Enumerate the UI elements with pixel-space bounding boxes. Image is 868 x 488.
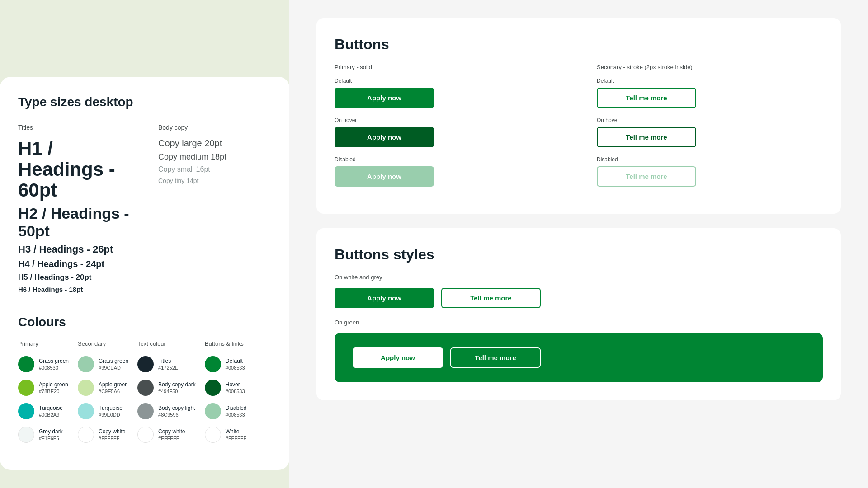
sec-turquoise-circle [78, 403, 94, 419]
hover-label: On hover [335, 117, 561, 123]
colour-item: Grey dark #F1F6F5 [18, 427, 69, 443]
grass-green-circle [18, 356, 34, 372]
secondary-column: Seconary - stroke (2px stroke inside) De… [597, 64, 823, 196]
tell-me-more-on-green-button[interactable]: Tell me more [450, 347, 541, 368]
disabled-label: Disabled [335, 156, 561, 163]
sec-default-label: Default [597, 78, 823, 84]
colour-item: Turquoise #99E0DD [78, 403, 128, 419]
colour-item: Turquoise #00B2A9 [18, 403, 69, 419]
colour-name: Hover [226, 381, 245, 389]
colour-hex: #00B2A9 [39, 412, 63, 418]
right-panel: Buttons Primary - solid Default Apply no… [289, 0, 868, 488]
colour-info: Body copy dark #494F50 [158, 381, 196, 394]
colour-item: Copy white #FFFFFF [78, 427, 128, 443]
tell-me-more-secondary-default-button[interactable]: Tell me more [597, 88, 696, 108]
colour-item: Body copy dark #494F50 [137, 380, 196, 396]
tell-me-more-secondary-disabled-button: Tell me more [597, 166, 696, 187]
colour-hex: #F1F6F5 [39, 436, 63, 441]
buttons-links-column: Buttons & links Default #008533 Hover #0… [205, 340, 255, 443]
apply-now-primary-disabled-button: Apply now [335, 166, 434, 187]
colour-hex: #FFFFFF [158, 436, 185, 441]
left-panel: Type sizes desktop Titles H1 / Headings … [0, 0, 289, 488]
default-label: Default [335, 78, 561, 84]
apply-now-primary-hover-button[interactable]: Apply now [335, 127, 434, 147]
colour-hex: #FFFFFF [99, 436, 125, 441]
colours-grid: Primary Grass green #008533 Apple green … [18, 340, 271, 443]
colour-info: Grey dark #F1F6F5 [39, 428, 63, 441]
colour-info: Apple green #C9E5A6 [99, 381, 128, 394]
secondary-disabled-row: Disabled Tell me more [597, 156, 823, 187]
apple-green-circle [18, 380, 34, 396]
colour-item: Grass green #008533 [18, 356, 69, 372]
colour-name: Disabled [226, 405, 247, 412]
h2-heading: H2 / Headings - 50pt [18, 205, 131, 240]
colour-name: Grass green [99, 358, 128, 365]
colour-name: Body copy dark [158, 381, 196, 389]
white-grey-buttons-row: Apply now Tell me more [335, 288, 823, 308]
tell-me-more-secondary-hover-button[interactable]: Tell me more [597, 127, 696, 147]
colour-name: White [226, 428, 246, 436]
colour-name: Apple green [39, 381, 68, 389]
secondary-default-row: Default Tell me more [597, 78, 823, 108]
colour-hex: #78BE20 [39, 389, 68, 394]
colour-hex: #FFFFFF [226, 436, 246, 441]
primary-col-label: Primary - solid [335, 64, 561, 70]
btn-default-circle [205, 356, 221, 372]
buttons-heading: Buttons [335, 36, 823, 53]
body-copy-column: Body copy Copy large 20pt Copy medium 18… [158, 124, 271, 293]
secondary-label: Secondary [78, 340, 128, 347]
sec-grass-green-circle [78, 356, 94, 372]
colour-info: Body copy light #8C9596 [158, 405, 195, 418]
buttons-links-label: Buttons & links [205, 340, 255, 347]
colour-item: Apple green #78BE20 [18, 380, 69, 396]
type-section-title: Type sizes desktop [18, 95, 271, 109]
buttons-styles-heading: Buttons styles [335, 246, 823, 263]
on-green-label: On green [335, 319, 823, 326]
apply-now-on-green-button[interactable]: Apply now [353, 347, 443, 368]
colour-info: White #FFFFFF [226, 428, 246, 441]
copy-small: Copy small 16pt [158, 165, 271, 174]
colour-hex: #008533 [226, 412, 247, 418]
buttons-styles-section: Buttons styles On white and grey Apply n… [316, 228, 841, 400]
colour-info: Copy white #FFFFFF [99, 428, 125, 441]
sec-apple-green-circle [78, 380, 94, 396]
apply-now-white-grey-button[interactable]: Apply now [335, 288, 434, 308]
colour-name: Copy white [99, 428, 125, 436]
colour-name: Titles [158, 358, 178, 365]
colour-item: Default #008533 [205, 356, 255, 372]
colour-hex: #99E0DD [99, 412, 123, 418]
h5-heading: H5 / Headings - 20pt [18, 273, 131, 282]
text-colour-column: Text colour Titles #17252E Body copy dar… [137, 340, 196, 443]
colour-item: White #FFFFFF [205, 427, 255, 443]
colour-hex: #008533 [226, 389, 245, 394]
turquoise-circle [18, 403, 34, 419]
colour-info: Apple green #78BE20 [39, 381, 68, 394]
colour-name: Default [226, 358, 245, 365]
colour-info: Hover #008533 [226, 381, 245, 394]
colour-item: Body copy light #8C9596 [137, 403, 196, 419]
colour-info: Copy white #FFFFFF [158, 428, 185, 441]
body-copy-label: Body copy [158, 124, 271, 131]
button-group: Primary - solid Default Apply now On hov… [335, 64, 823, 196]
disabled-state-row: Disabled Apply now [335, 156, 561, 187]
tell-me-more-white-grey-button[interactable]: Tell me more [441, 288, 541, 308]
colour-item: Copy white #FFFFFF [137, 427, 196, 443]
copy-white-circle [137, 427, 154, 443]
colour-name: Copy white [158, 428, 185, 436]
primary-column: Primary - solid Default Apply now On hov… [335, 64, 561, 196]
colour-item: Hover #008533 [205, 380, 255, 396]
type-columns: Titles H1 / Headings - 60pt H2 / Heading… [18, 124, 271, 293]
colours-title: Colours [18, 315, 271, 329]
btn-white-circle [205, 427, 221, 443]
colour-info: Titles #17252E [158, 358, 178, 371]
apply-now-primary-default-button[interactable]: Apply now [335, 88, 434, 108]
colour-name: Apple green [99, 381, 128, 389]
h4-heading: H4 / Headings - 24pt [18, 259, 131, 269]
body-dark-circle [137, 380, 154, 396]
titles-label: Titles [18, 124, 131, 131]
secondary-colour-column: Secondary Grass green #99CEAD Apple gree… [78, 340, 128, 443]
on-green-box: Apply now Tell me more [335, 333, 823, 382]
copy-medium: Copy medium 18pt [158, 152, 271, 162]
grey-dark-circle [18, 427, 34, 443]
h1-heading: H1 / Headings - 60pt [18, 138, 131, 201]
